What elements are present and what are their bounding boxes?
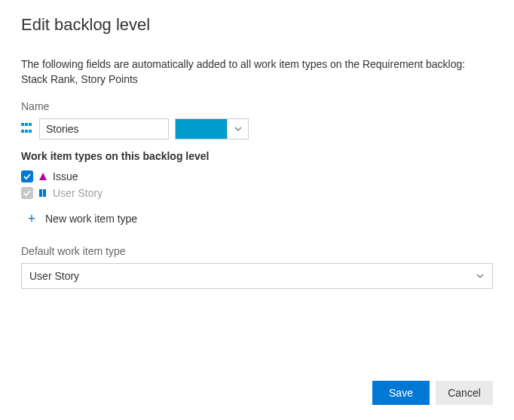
name-label: Name (21, 100, 493, 112)
wit-row-user-story: User Story (21, 185, 493, 201)
save-button[interactable]: Save (372, 381, 430, 405)
svg-rect-0 (39, 189, 42, 197)
new-wit-label: New work item type (45, 213, 137, 225)
chevron-down-icon (476, 271, 485, 281)
plus-icon: + (26, 212, 38, 225)
wit-section-label: Work item types on this backlog level (21, 150, 493, 162)
checkbox-user-story (21, 187, 33, 199)
svg-rect-1 (43, 189, 46, 197)
dialog-footer: Save Cancel (21, 366, 493, 405)
edit-backlog-dialog: Edit backlog level The following fields … (0, 0, 514, 420)
dialog-description: The following fields are automatically a… (21, 57, 493, 87)
triangle-icon (38, 171, 48, 182)
new-work-item-type-button[interactable]: + New work item type (21, 207, 493, 230)
default-wit-label: Default work item type (21, 245, 493, 257)
default-wit-select[interactable]: User Story (21, 263, 493, 289)
wit-name: User Story (53, 187, 102, 199)
checkbox-issue[interactable] (21, 170, 33, 182)
name-row (21, 118, 493, 139)
color-swatch (176, 119, 227, 139)
name-input[interactable] (39, 118, 169, 139)
backlog-level-icon (21, 123, 33, 135)
color-picker[interactable] (175, 118, 249, 139)
book-icon (38, 188, 48, 198)
dialog-title: Edit backlog level (21, 15, 493, 35)
default-wit-value: User Story (29, 270, 79, 282)
wit-list: Issue User Story (21, 168, 493, 201)
chevron-down-icon (227, 119, 248, 139)
wit-name: Issue (53, 170, 78, 182)
cancel-button[interactable]: Cancel (436, 381, 493, 405)
wit-row-issue: Issue (21, 168, 493, 185)
